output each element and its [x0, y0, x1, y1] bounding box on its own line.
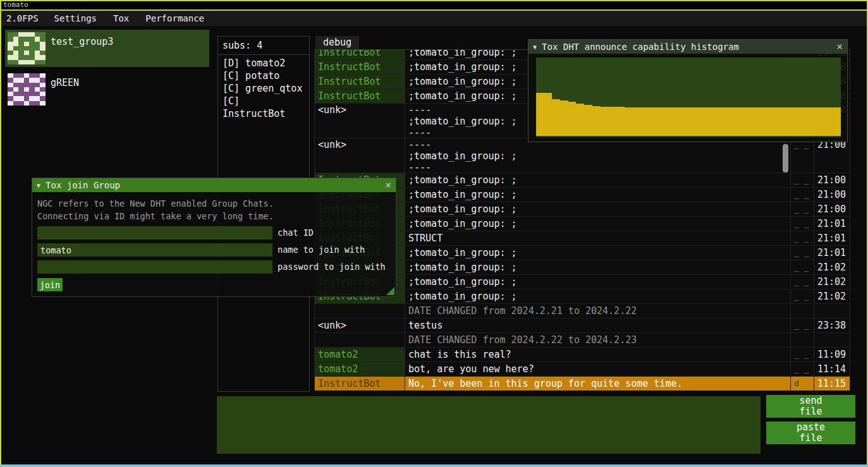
member-item[interactable]: [C] green_qtox — [218, 82, 309, 95]
status-cell: _ _ — [791, 231, 814, 245]
histogram-bar — [688, 107, 697, 136]
menubar-items: SettingsToxPerformance — [46, 13, 212, 23]
time-cell: 21:01 — [814, 231, 850, 245]
app-window: tomato 2.0FPS SettingsToxPerformance tes… — [0, 0, 868, 467]
message-cell: ;tomato_in_group: ; — [405, 260, 791, 274]
member-item[interactable]: [C] potato — [218, 70, 309, 82]
collapse-icon[interactable]: ▼ — [37, 182, 40, 189]
time-cell: 11:09 — [814, 348, 850, 361]
histogram-bar — [785, 107, 793, 136]
histogram-bar — [753, 107, 761, 136]
time-cell: 21:01 — [814, 217, 850, 231]
histogram-window-title: Tox DHT announce capability histogram — [542, 42, 739, 52]
member-item[interactable]: [D] tomato2 — [218, 57, 309, 70]
sender-cell — [315, 304, 405, 318]
sender-cell — [315, 333, 405, 347]
sender-cell: InstructBot — [315, 89, 405, 103]
chat-row[interactable]: InstructBotNo, I've been in this group f… — [315, 377, 850, 391]
time-cell: 21:02 — [814, 289, 850, 303]
histogram-window-body — [529, 54, 847, 142]
histogram-bar — [552, 99, 560, 136]
join-window-body: NGC refers to the New DHT enabled Group … — [32, 192, 396, 296]
histogram-bar — [704, 107, 712, 136]
window-title: tomato — [3, 1, 28, 9]
histogram-bar — [608, 107, 616, 136]
tab-debug[interactable]: debug — [315, 36, 359, 49]
histogram-bar — [712, 107, 721, 136]
message-cell: ;tomato_in_group: ; — [405, 202, 791, 216]
sender-cell: <unk> — [315, 104, 405, 138]
message-cell: DATE CHANGED from 2024.2.21 to 2024.2.22 — [405, 304, 791, 318]
histogram-bar — [697, 107, 705, 136]
status-cell: _ _ — [791, 275, 814, 289]
histogram-bar — [769, 107, 777, 136]
sender-cell: <unk> — [315, 138, 405, 173]
time-cell: 23:38 — [814, 318, 850, 332]
time-cell: 21:01 — [814, 246, 850, 260]
message-cell: STRUCT — [405, 231, 791, 245]
dht-histogram-window: ▼ Tox DHT announce capability histogram … — [528, 39, 848, 142]
message-cell: ;tomato_in_group: ; — [405, 188, 791, 202]
os-titlebar[interactable]: tomato — [0, 0, 868, 11]
histogram-bar — [761, 107, 769, 136]
histogram-bar — [601, 107, 609, 136]
close-icon[interactable]: × — [836, 42, 843, 52]
group-avatar — [8, 32, 46, 64]
status-cell — [791, 333, 814, 347]
join-fields: chat IDname to join withpassword to join… — [37, 226, 391, 274]
join-group-window: ▼ Tox join Group × NGC refers to the New… — [32, 178, 396, 297]
paste-file-button[interactable]: paste file — [766, 422, 855, 444]
chat-row[interactable]: <unk>---- ;tomato_in_group: ; ----_ _21:… — [315, 138, 850, 173]
histogram-bar — [777, 107, 785, 136]
name-input[interactable] — [37, 243, 272, 257]
histogram-bar — [745, 107, 753, 136]
histogram-bar — [616, 107, 625, 136]
menubar: 2.0FPS SettingsToxPerformance — [1, 11, 867, 26]
member-item[interactable]: [C] InstructBot — [218, 95, 309, 120]
menu-item-tox[interactable]: Tox — [105, 13, 137, 23]
sidebar-item-green[interactable]: gREEN — [5, 71, 209, 108]
histogram-bar — [568, 102, 577, 136]
group-name: gREEN — [51, 73, 79, 106]
sender-cell: tomato2 — [315, 362, 405, 376]
histogram-bar — [833, 107, 841, 136]
chat-row[interactable]: tomato2chat is this real?_ _11:09 — [315, 348, 850, 362]
histogram-plot — [536, 58, 841, 137]
join-window-title: Tox join Group — [46, 180, 120, 190]
sender-cell: InstructBot — [315, 75, 405, 88]
send-file-button[interactable]: send file — [766, 395, 855, 418]
sidebar-item-test_group3[interactable]: test_group3 — [5, 30, 209, 67]
sender-cell: InstructBot — [315, 377, 405, 391]
chat-row[interactable]: <unk>testus_ _23:38 — [315, 318, 850, 333]
join-field-label: password to join with — [278, 260, 386, 274]
time-cell: 11:14 — [814, 362, 850, 376]
histogram-bar — [664, 107, 673, 136]
menu-item-performance[interactable]: Performance — [137, 13, 212, 23]
menu-item-settings[interactable]: Settings — [46, 13, 105, 23]
password-input[interactable] — [37, 260, 272, 274]
status-cell: _ _ — [791, 260, 814, 274]
chat-scrollbar-thumb[interactable] — [783, 144, 788, 173]
histogram-window-titlebar[interactable]: ▼ Tox DHT announce capability histogram … — [529, 40, 847, 54]
chat-row[interactable]: tomato2bot, are you new here?_ _11:14 — [315, 362, 850, 377]
histogram-bar — [680, 107, 688, 136]
join-button[interactable]: join — [37, 278, 63, 291]
message-cell: bot, are you new here? — [405, 362, 791, 376]
message-cell: DATE CHANGED from 2024.2.22 to 2024.2.23 — [405, 333, 791, 347]
chat-row[interactable]: DATE CHANGED from 2024.2.22 to 2024.2.23 — [315, 333, 850, 348]
close-icon[interactable]: × — [385, 180, 391, 190]
group-name: test_group3 — [51, 32, 113, 64]
join-window-titlebar[interactable]: ▼ Tox join Group × — [32, 178, 396, 192]
collapse-icon[interactable]: ▼ — [533, 44, 537, 51]
resize-grip-icon[interactable] — [386, 287, 394, 295]
message-cell: testus — [405, 318, 791, 332]
histogram-bar — [721, 107, 729, 136]
status-cell: _ _ — [791, 188, 814, 202]
message-input[interactable] — [217, 396, 761, 454]
time-cell: 21:00 — [814, 202, 850, 216]
histogram-bar — [801, 107, 809, 136]
group-list: test_group3gREEN — [5, 30, 209, 112]
chat-id-input[interactable] — [37, 226, 272, 240]
chat-row[interactable]: DATE CHANGED from 2024.2.21 to 2024.2.22 — [315, 304, 850, 318]
message-cell: ;tomato_in_group: ; — [405, 217, 791, 231]
